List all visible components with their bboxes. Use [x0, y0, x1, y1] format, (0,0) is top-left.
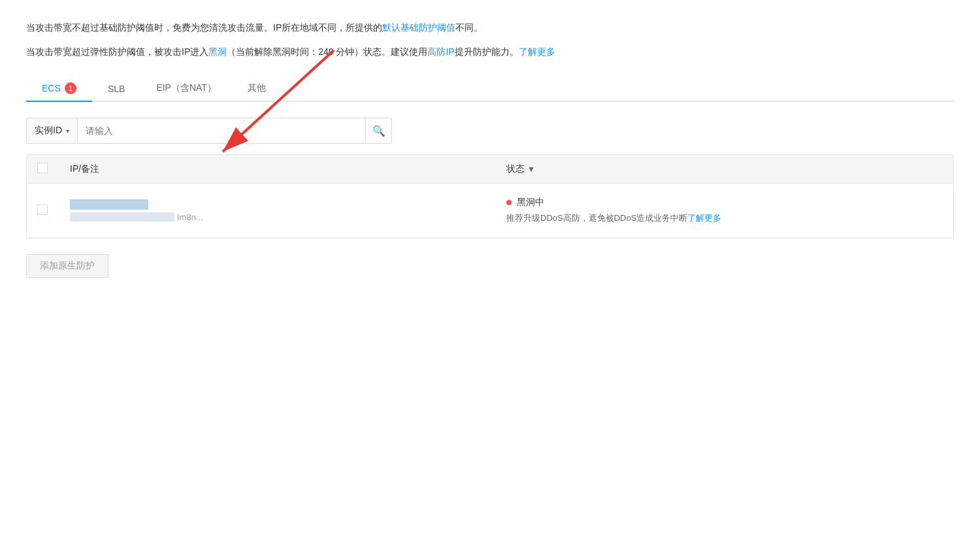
header-ip: IP/备注 [70, 163, 506, 175]
filter-icon[interactable]: ▼ [527, 165, 535, 174]
ip-cell: Im8n... [70, 199, 506, 222]
tabs-container: ECS 1 SLB EIP（含NAT） 其他 [26, 76, 954, 102]
info-line2-middle: （当前解除黑洞时间：240 分钟）状态。建议使用 [227, 46, 427, 57]
tab-eip-label: EIP（含NAT） [156, 82, 216, 94]
search-input[interactable] [78, 118, 365, 143]
status-dot-red [506, 200, 512, 205]
info-line1-suffix: 不同。 [455, 22, 483, 33]
search-select[interactable]: 实例ID ▾ [27, 118, 78, 143]
info-line2-prefix: 当攻击带宽超过弹性防护阈值，被攻击IP进入 [26, 46, 208, 57]
ip-blur-2 [70, 212, 174, 222]
tab-ecs-label: ECS [42, 83, 61, 93]
info-line-1: 当攻击带宽不超过基础防护阈值时，免费为您清洗攻击流量。IP所在地域不同，所提供的… [26, 20, 954, 36]
info-line-2: 当攻击带宽超过弹性防护阈值，被攻击IP进入黑洞（当前解除黑洞时间：240 分钟）… [26, 44, 954, 60]
status-label: 黑洞中 [517, 197, 544, 208]
header-checkbox[interactable] [37, 163, 48, 173]
add-button-label: 添加原生防护 [40, 260, 95, 271]
tab-slb-label: SLB [108, 84, 125, 94]
learnmore-link-top[interactable]: 了解更多 [519, 46, 555, 57]
ip-blur-1 [70, 199, 148, 210]
header-status-cell: 状态 ▼ [506, 163, 943, 175]
tab-eip[interactable]: EIP（含NAT） [140, 76, 232, 102]
info-line2-suffix: 提升防护能力。 [455, 46, 519, 57]
learnmore-link-row[interactable]: 了解更多 [687, 213, 721, 223]
status-desc-prefix: 推荐升级DDoS高防，遮免被DDoS造成业务中断 [506, 213, 687, 223]
tab-other[interactable]: 其他 [232, 76, 282, 102]
default-threshold-link[interactable]: 默认基础防护阈值 [382, 22, 455, 33]
header-checkbox-cell [37, 163, 70, 175]
tab-ecs-badge: 1 [65, 82, 76, 94]
search-select-label: 实例ID [35, 125, 62, 137]
table-row: Im8n... 黑洞中 推荐升级DDoS高防，遮免被DDoS造成业务中断了解更多 [27, 184, 953, 238]
search-bar: 实例ID ▾ 🔍 [26, 118, 392, 144]
status-cell: 黑洞中 推荐升级DDoS高防，遮免被DDoS造成业务中断了解更多 [506, 197, 943, 224]
header-status-label: 状态 [506, 163, 525, 175]
ip-suffix: Im8n... [177, 212, 203, 222]
highddos-link[interactable]: 高防IP [427, 46, 454, 57]
row-checkbox-cell [37, 205, 70, 217]
add-protection-button[interactable]: 添加原生防护 [26, 254, 108, 278]
table-header: IP/备注 状态 ▼ [27, 155, 953, 184]
data-table: IP/备注 状态 ▼ Im8n... [26, 154, 954, 238]
search-button[interactable]: 🔍 [365, 118, 391, 143]
tab-slb[interactable]: SLB [92, 77, 140, 102]
search-icon: 🔍 [372, 125, 385, 137]
header-ip-label: IP/备注 [70, 163, 99, 174]
chevron-down-icon: ▾ [66, 127, 69, 135]
row-checkbox[interactable] [37, 205, 48, 215]
blackhole-link[interactable]: 黑洞 [208, 46, 227, 57]
tab-ecs[interactable]: ECS 1 [26, 76, 92, 102]
tab-other-label: 其他 [248, 82, 266, 94]
info-line1-prefix: 当攻击带宽不超过基础防护阈值时，免费为您清洗攻击流量。IP所在地域不同，所提供的 [26, 22, 382, 33]
